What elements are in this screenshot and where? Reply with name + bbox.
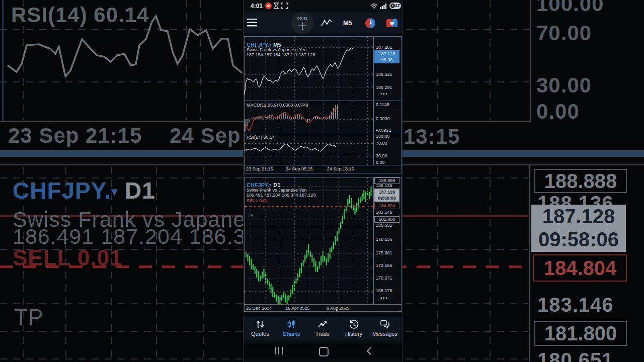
nav-history[interactable]: History bbox=[338, 319, 369, 337]
bg-candles bbox=[400, 191, 435, 292]
recents-button[interactable] bbox=[275, 347, 283, 354]
d1-time-axis: 25 Dec 202416 Apr 20256 Aug 2025 bbox=[245, 306, 403, 312]
crosshair-icon bbox=[298, 22, 306, 30]
bg-current-price-box: 187.12809:58:06 bbox=[531, 205, 626, 252]
candlestick-icon bbox=[286, 319, 296, 329]
bg-rsi-label: RSI(14) 60.14 bbox=[11, 3, 149, 27]
history-clock-icon bbox=[349, 319, 359, 329]
trading-hours-icon[interactable] bbox=[365, 18, 375, 28]
bg-price-180651: 180.651 bbox=[537, 349, 614, 362]
indicators-icon[interactable] bbox=[321, 19, 333, 28]
android-nav-bar bbox=[244, 343, 402, 358]
nav-messages[interactable]: Messages bbox=[369, 319, 400, 337]
chart-d1-panel[interactable]: CHFJPY.▾ D1 Swiss Frank vs Japanese Yen … bbox=[244, 177, 402, 312]
recorder-time: 00:41 bbox=[291, 16, 313, 21]
bg-rsi-0: 0.00 bbox=[536, 100, 580, 124]
chart-object-menu[interactable]: ••• bbox=[380, 296, 388, 301]
status-bar: 4:01 47 bbox=[244, 0, 402, 12]
nav-charts[interactable]: Charts bbox=[276, 319, 307, 337]
bg-price-188888: 188.888 bbox=[534, 169, 627, 193]
bg-price-183146: 183.146 bbox=[537, 294, 614, 316]
new-order-icon[interactable] bbox=[386, 19, 397, 27]
chart-toolbar: 00:41 M5 bbox=[244, 12, 402, 33]
signal-icon bbox=[380, 3, 387, 9]
screen-recorder-overlay[interactable]: 00:41 bbox=[291, 12, 313, 34]
bg-rsi-70: 70.00 bbox=[536, 21, 592, 45]
bg-time-left: 23 Sep 21:15 bbox=[8, 124, 142, 148]
bottom-navigation: Quotes Charts Trade History Messages bbox=[244, 316, 402, 341]
chart-m5-panel[interactable]: CHFJPY.▾ M5 Swiss Frank vs Japanese Yen … bbox=[244, 36, 402, 173]
bg-rsi-100: 100.00 bbox=[536, 0, 604, 16]
m5-time-axis: 23 Sep 21:1524 Sep 05:1524 Sep 13:15 bbox=[245, 166, 403, 174]
nav-trade[interactable]: Trade bbox=[307, 319, 338, 337]
bg-symbol: CHFJPY.▾ D1 bbox=[13, 177, 155, 204]
bg-time-right: 13:15 bbox=[404, 125, 460, 149]
bg-tp-label: TP bbox=[14, 305, 43, 330]
chat-bubbles-icon bbox=[380, 319, 390, 329]
trend-line-icon bbox=[317, 319, 328, 329]
d1-time-axis-separator bbox=[245, 304, 403, 305]
bg-sell-price-box: 184.804 bbox=[533, 254, 627, 282]
back-button[interactable] bbox=[366, 347, 371, 355]
menu-icon[interactable] bbox=[247, 19, 257, 27]
recorder-icon bbox=[265, 3, 272, 9]
battery-icon: 47 bbox=[389, 3, 401, 9]
home-button[interactable] bbox=[319, 347, 329, 356]
screenshot-icon bbox=[281, 3, 288, 9]
bg-axis-line-v bbox=[530, 0, 531, 122]
status-time: 4:01 bbox=[251, 3, 263, 10]
chart-object-menu[interactable]: ••• bbox=[380, 92, 388, 97]
bg-lower-axis-v bbox=[529, 165, 530, 362]
screenshot-root: RSI(14) 60.14 23 Sep 21:15 24 Sep 0 13:1… bbox=[0, 0, 644, 362]
nav-quotes[interactable]: Quotes bbox=[245, 319, 276, 337]
phone-screen: 4:01 47 00:41 bbox=[243, 0, 403, 362]
bg-rsi-30: 30.00 bbox=[536, 73, 592, 98]
timeframe-button[interactable]: M5 bbox=[343, 19, 352, 27]
bg-tp-price-box: 181.800 bbox=[534, 321, 627, 346]
hourglass-icon bbox=[274, 3, 279, 9]
wifi-icon bbox=[370, 3, 378, 9]
bg-sell-label: SELL 0.01 bbox=[13, 245, 123, 270]
arrows-up-down-icon bbox=[255, 319, 265, 329]
